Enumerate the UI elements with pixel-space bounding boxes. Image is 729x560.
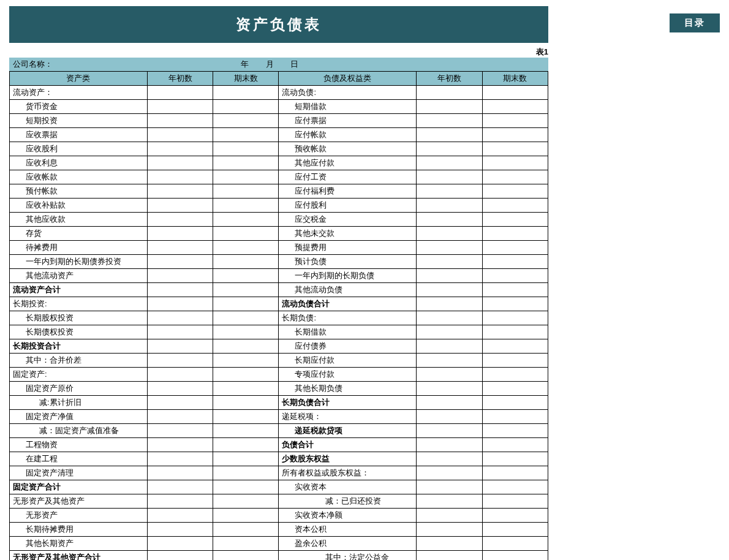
liab-end[interactable] xyxy=(482,354,548,368)
liab-begin[interactable] xyxy=(417,396,482,410)
asset-begin[interactable] xyxy=(147,227,213,241)
asset-begin[interactable] xyxy=(147,325,213,339)
liab-end[interactable] xyxy=(482,255,548,269)
liab-end[interactable] xyxy=(482,438,548,452)
liab-end[interactable] xyxy=(482,466,548,480)
liab-begin[interactable] xyxy=(417,86,482,100)
asset-begin[interactable] xyxy=(147,551,213,561)
asset-end[interactable] xyxy=(213,354,279,368)
liab-end[interactable] xyxy=(482,156,548,170)
liab-begin[interactable] xyxy=(417,339,482,354)
liab-end[interactable] xyxy=(482,128,548,142)
liab-end[interactable] xyxy=(482,452,548,466)
liab-begin[interactable] xyxy=(417,438,482,452)
liab-begin[interactable] xyxy=(417,311,482,325)
asset-end[interactable] xyxy=(213,184,279,199)
asset-begin[interactable] xyxy=(147,537,213,551)
asset-begin[interactable] xyxy=(147,354,213,368)
asset-end[interactable] xyxy=(213,241,279,255)
asset-begin[interactable] xyxy=(147,396,213,410)
liab-end[interactable] xyxy=(482,213,548,227)
liab-begin[interactable] xyxy=(417,100,482,114)
liab-begin[interactable] xyxy=(417,509,482,523)
liab-begin[interactable] xyxy=(417,114,482,128)
asset-begin[interactable] xyxy=(147,410,213,424)
liab-begin[interactable] xyxy=(417,128,482,142)
asset-end[interactable] xyxy=(213,128,279,142)
asset-begin[interactable] xyxy=(147,339,213,354)
liab-begin[interactable] xyxy=(417,410,482,424)
liab-begin[interactable] xyxy=(417,480,482,494)
liab-end[interactable] xyxy=(482,100,548,114)
asset-end[interactable] xyxy=(213,537,279,551)
liab-begin[interactable] xyxy=(417,184,482,199)
liab-end[interactable] xyxy=(482,368,548,382)
asset-begin[interactable] xyxy=(147,128,213,142)
asset-end[interactable] xyxy=(213,438,279,452)
asset-end[interactable] xyxy=(213,480,279,494)
asset-begin[interactable] xyxy=(147,255,213,269)
asset-begin[interactable] xyxy=(147,311,213,325)
liab-end[interactable] xyxy=(482,184,548,199)
liab-end[interactable] xyxy=(482,297,548,311)
asset-begin[interactable] xyxy=(147,269,213,283)
liab-begin[interactable] xyxy=(417,241,482,255)
liab-end[interactable] xyxy=(482,199,548,213)
liab-begin[interactable] xyxy=(417,170,482,184)
asset-begin[interactable] xyxy=(147,424,213,438)
asset-begin[interactable] xyxy=(147,100,213,114)
liab-begin[interactable] xyxy=(417,213,482,227)
asset-begin[interactable] xyxy=(147,170,213,184)
liab-begin[interactable] xyxy=(417,199,482,213)
asset-end[interactable] xyxy=(213,396,279,410)
liab-end[interactable] xyxy=(482,227,548,241)
liab-begin[interactable] xyxy=(417,325,482,339)
asset-end[interactable] xyxy=(213,509,279,523)
liab-begin[interactable] xyxy=(417,494,482,509)
liab-end[interactable] xyxy=(482,523,548,537)
liab-begin[interactable] xyxy=(417,269,482,283)
liab-end[interactable] xyxy=(482,382,548,396)
asset-begin[interactable] xyxy=(147,283,213,297)
asset-end[interactable] xyxy=(213,213,279,227)
liab-end[interactable] xyxy=(482,494,548,509)
liab-begin[interactable] xyxy=(417,255,482,269)
liab-end[interactable] xyxy=(482,170,548,184)
asset-begin[interactable] xyxy=(147,142,213,156)
asset-begin[interactable] xyxy=(147,382,213,396)
liab-end[interactable] xyxy=(482,339,548,354)
liab-begin[interactable] xyxy=(417,142,482,156)
liab-end[interactable] xyxy=(482,283,548,297)
liab-end[interactable] xyxy=(482,325,548,339)
asset-end[interactable] xyxy=(213,297,279,311)
asset-end[interactable] xyxy=(213,523,279,537)
asset-end[interactable] xyxy=(213,269,279,283)
liab-begin[interactable] xyxy=(417,424,482,438)
asset-end[interactable] xyxy=(213,452,279,466)
asset-end[interactable] xyxy=(213,199,279,213)
asset-begin[interactable] xyxy=(147,368,213,382)
asset-end[interactable] xyxy=(213,466,279,480)
asset-end[interactable] xyxy=(213,311,279,325)
asset-begin[interactable] xyxy=(147,184,213,199)
asset-begin[interactable] xyxy=(147,452,213,466)
asset-begin[interactable] xyxy=(147,438,213,452)
liab-end[interactable] xyxy=(482,480,548,494)
asset-end[interactable] xyxy=(213,86,279,100)
liab-begin[interactable] xyxy=(417,354,482,368)
liab-end[interactable] xyxy=(482,410,548,424)
liab-begin[interactable] xyxy=(417,227,482,241)
asset-end[interactable] xyxy=(213,368,279,382)
liab-begin[interactable] xyxy=(417,466,482,480)
liab-begin[interactable] xyxy=(417,368,482,382)
asset-end[interactable] xyxy=(213,142,279,156)
asset-end[interactable] xyxy=(213,325,279,339)
liab-begin[interactable] xyxy=(417,452,482,466)
liab-end[interactable] xyxy=(482,551,548,561)
liab-begin[interactable] xyxy=(417,523,482,537)
liab-begin[interactable] xyxy=(417,283,482,297)
liab-begin[interactable] xyxy=(417,156,482,170)
asset-begin[interactable] xyxy=(147,199,213,213)
liab-end[interactable] xyxy=(482,114,548,128)
asset-begin[interactable] xyxy=(147,509,213,523)
